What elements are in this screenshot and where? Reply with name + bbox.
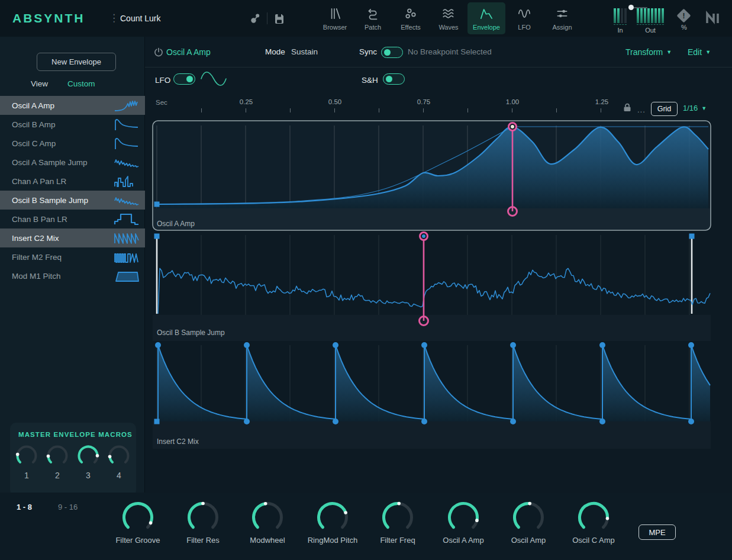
knob-dial[interactable] [381, 501, 414, 534]
ruler-tick [423, 108, 424, 112]
envelope-item-label: Filter M2 Freq [12, 253, 62, 262]
envelope-list-item[interactable]: Mod M1 Pitch [0, 266, 145, 285]
lane-label: Oscil A Amp [157, 220, 195, 228]
ruler-tick-label: 0.50 [328, 98, 341, 105]
tab-label: Assign [552, 24, 572, 31]
share-patch-icon[interactable] [249, 12, 262, 25]
in-meter-label: In [614, 27, 627, 34]
knob-dial[interactable] [512, 501, 545, 534]
tab-waves[interactable]: Waves [430, 2, 467, 34]
ruler-tick-label: 0.75 [417, 98, 430, 105]
macro-assign-knob[interactable]: Oscil A Amp [428, 501, 499, 545]
bank-tab-9-16[interactable]: 9 - 16 [58, 503, 78, 511]
knob-dial[interactable] [15, 444, 38, 468]
tab-view[interactable]: View [31, 79, 48, 88]
ruler-tick [290, 108, 291, 112]
sh-toggle-knob [386, 76, 392, 82]
envelope-list-item[interactable]: Filter M2 Freq [0, 247, 145, 266]
knob-dial[interactable] [251, 501, 284, 534]
envelope-list-item[interactable]: Insert C2 Mix [0, 228, 145, 247]
editor-header: Oscil A Amp Mode Sustain Sync No Breakpo… [145, 37, 732, 67]
output-meter: Out [637, 8, 664, 34]
lfo-icon [517, 6, 532, 21]
menu-kebab-icon[interactable]: ⋮ [109, 12, 119, 24]
save-icon[interactable] [273, 12, 286, 25]
lane-oscil-a-amp[interactable] [153, 121, 711, 230]
tab-browser[interactable]: Browser [316, 2, 354, 34]
macro-assign-knob[interactable]: RingMod Pitch [297, 501, 368, 545]
cpu-warning-icon[interactable]: ! [676, 8, 691, 22]
ruler-more-button[interactable]: ... [637, 105, 646, 114]
meter-bar [637, 8, 639, 23]
knob-dial[interactable] [577, 501, 610, 534]
ruler-tick [246, 108, 246, 112]
knob-dial[interactable] [316, 501, 349, 534]
macro-assign-label: Oscil A Amp [443, 536, 483, 545]
tab-envelope[interactable]: Envelope [467, 2, 505, 34]
envelope-lanes-canvas[interactable] [145, 118, 732, 450]
macro-assign-knob[interactable]: Filter Groove [102, 501, 173, 545]
lock-icon[interactable] [622, 102, 633, 112]
ruler-tick [201, 108, 202, 112]
edit-dropdown[interactable]: Edit ▼ [688, 47, 711, 57]
envelope-list-item[interactable]: Chan A Pan LR [0, 172, 145, 191]
envelope-thumb-pulse-train-icon [114, 250, 140, 264]
file-actions [249, 12, 286, 25]
envelope-list-item[interactable]: Oscil B Amp [0, 115, 145, 134]
lane-insert-c2-mix[interactable] [153, 342, 711, 449]
ruler-unit-label: Sec [156, 99, 167, 106]
knob-dial[interactable] [447, 501, 480, 534]
macro-assign-knob[interactable]: Filter Freq [362, 501, 433, 545]
knob-dial[interactable] [121, 501, 154, 534]
lfo-toggle[interactable] [173, 73, 195, 85]
selected-envelope-title: Oscil A Amp [166, 47, 211, 57]
output-slider-handle[interactable] [628, 5, 634, 10]
envelope-list-item[interactable]: Oscil A Sample Jump [0, 153, 145, 172]
envelope-thumb-saw-icon [114, 231, 140, 245]
power-icon[interactable] [153, 47, 164, 57]
envelope-list-item[interactable]: Oscil C Amp [0, 134, 145, 153]
knob-dial[interactable] [107, 444, 131, 468]
macro-assign-label: Modwheel [250, 536, 285, 545]
ni-logo [703, 10, 723, 27]
macro-knob-4[interactable]: 4 [107, 444, 131, 480]
sync-toggle[interactable] [381, 47, 403, 58]
sample-hold-toggle[interactable] [383, 73, 405, 85]
grid-button[interactable]: Grid [651, 102, 678, 116]
tab-effects[interactable]: Effects [392, 2, 430, 34]
tab-custom[interactable]: Custom [67, 79, 95, 88]
envelope-list-item[interactable]: Chan B Pan LR [0, 210, 145, 228]
meter-bar [624, 8, 627, 23]
tab-assign[interactable]: Assign [543, 2, 581, 34]
mpe-button[interactable]: MPE [639, 524, 676, 540]
tab-patch[interactable]: Patch [354, 2, 392, 34]
envelope-list-item[interactable]: Oscil B Sample Jump [0, 191, 145, 210]
macro-assign-knob[interactable]: Modwheel [232, 501, 303, 545]
envelope-list-item[interactable]: Oscil A Amp [0, 96, 145, 115]
transform-dropdown[interactable]: Transform ▼ [625, 47, 672, 57]
macro-assign-knob[interactable]: Oscil Amp [493, 501, 564, 545]
tab-lfo[interactable]: LFO [505, 2, 543, 34]
macro-knob-1[interactable]: 1 [15, 444, 38, 480]
transform-label: Transform [625, 47, 663, 57]
lane-label: Insert C2 Mix [157, 437, 199, 446]
new-envelope-button[interactable]: New Envelope [37, 53, 116, 71]
bank-tab-1-8[interactable]: 1 - 8 [17, 503, 32, 511]
mode-value[interactable]: Sustain [291, 47, 318, 56]
grid-division-dropdown[interactable]: 1/16 ▼ [683, 104, 707, 112]
knob-dial[interactable] [46, 444, 69, 468]
macro-assign-knob[interactable]: Filter Res [167, 501, 238, 545]
macro-knob-2[interactable]: 2 [46, 444, 69, 480]
in-meter-bars [614, 8, 627, 25]
envelope-item-label: Oscil B Sample Jump [12, 196, 88, 205]
knob-dial[interactable] [186, 501, 220, 534]
knob-dial[interactable] [76, 444, 100, 468]
macro-knob-3[interactable]: 3 [76, 444, 100, 480]
meter-bar [644, 8, 646, 23]
macro-assign-knob[interactable]: Oscil C Amp [558, 501, 629, 545]
meter-bar [662, 8, 664, 23]
lane-oscil-b-sample-jump[interactable] [153, 233, 711, 342]
patch-name[interactable]: Count Lurk [120, 14, 160, 23]
macro-assign-label: RingMod Pitch [308, 536, 358, 545]
envelope-thumb-steps-icon [114, 174, 140, 188]
